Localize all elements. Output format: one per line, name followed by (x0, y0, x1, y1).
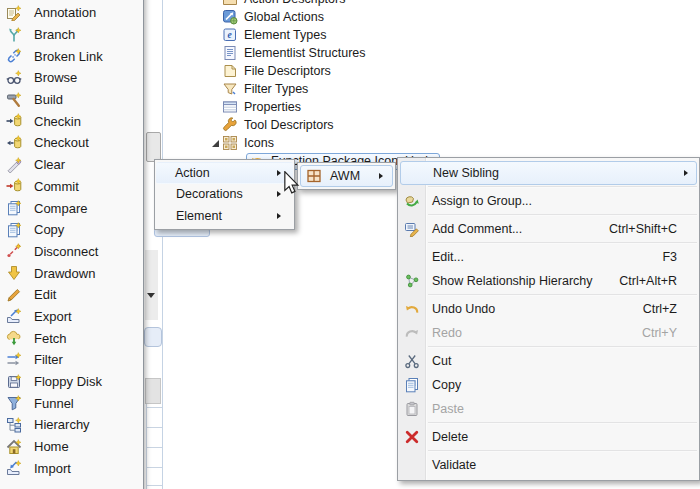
tree-item-tool-descriptors[interactable]: Tool Descriptors (208, 116, 440, 134)
elementlist-structures-icon (222, 45, 238, 61)
tree-item-properties[interactable]: Properties (208, 98, 440, 116)
menu-separator (428, 214, 697, 216)
menu-item-action[interactable]: Action (156, 162, 293, 184)
menu-item-home[interactable]: Home (0, 436, 143, 458)
commit-icon (6, 178, 22, 194)
menu-item-edit[interactable]: Edit...F3 (398, 245, 699, 269)
scrollbar-thumb[interactable] (146, 132, 161, 162)
menu-item-label: Paste (432, 402, 464, 416)
tree-item-icons[interactable]: Icons (208, 134, 440, 152)
menu-item-branch[interactable]: Branch (0, 24, 143, 46)
menu-item-label: Fetch (34, 331, 67, 346)
tree-expander-icon[interactable] (208, 139, 222, 148)
menu-item-shortcut: Ctrl+Y (642, 326, 677, 340)
menu-item-label: Broken Link (34, 49, 103, 64)
menu-item-label: Redo (432, 326, 462, 340)
menu-item-label: Browse (34, 70, 77, 85)
menu-item-element[interactable]: Element (156, 205, 293, 227)
menu-item-label: Hierarchy (34, 417, 90, 432)
menu-item-label: Home (34, 439, 69, 454)
menu-item-disconnect[interactable]: Disconnect (0, 241, 143, 263)
menu-item-assign-to-group[interactable]: Assign to Group... (398, 189, 699, 213)
menu-item-label: Annotation (34, 5, 96, 20)
hierarchy-icon (6, 417, 22, 433)
menu-item-hierarchy[interactable]: Hierarchy (0, 414, 143, 436)
menu-item-label: Edit... (432, 250, 464, 264)
menu-item-floppy-disk[interactable]: Floppy Disk (0, 371, 143, 393)
menu-item-redo: RedoCtrl+Y (398, 321, 699, 345)
copy-icon (6, 222, 22, 238)
menu-item-drawdown[interactable]: Drawdown (0, 262, 143, 284)
menu-item-fetch[interactable]: Fetch (0, 327, 143, 349)
menu-item-delete[interactable]: Delete (398, 425, 699, 449)
menu-item-shortcut: F3 (662, 250, 677, 264)
menu-item-browse[interactable]: Browse (0, 67, 143, 89)
menu-separator (428, 346, 697, 348)
combo-dropdown-arrow-icon[interactable] (147, 293, 155, 298)
tree-item-elementlist-structures[interactable]: Elementlist Structures (208, 44, 440, 62)
menu-item-label: Checkin (34, 114, 81, 129)
menu-item-cut[interactable]: Cut (398, 349, 699, 373)
menu-item-export[interactable]: Export (0, 306, 143, 328)
grid-line (147, 447, 162, 448)
menu-item-broken-link[interactable]: Broken Link (0, 45, 143, 67)
menu-item-label: Edit (34, 287, 56, 302)
grid-line (147, 467, 162, 468)
menu-item-label: Checkout (34, 135, 89, 150)
disconnect-icon (6, 243, 22, 259)
menu-item-compare[interactable]: Compare (0, 197, 143, 219)
filter-icon (6, 352, 22, 368)
menu-item-label: Decorations (176, 187, 243, 201)
menu-item-commit[interactable]: Commit (0, 176, 143, 198)
menu-item-label: Cut (432, 354, 451, 368)
menu-item-filter[interactable]: Filter (0, 349, 143, 371)
menu-item-label: Add Comment... (432, 222, 522, 236)
menu-item-paste: Paste (398, 397, 699, 421)
menu-item-build[interactable]: Build (0, 89, 143, 111)
menu-item-label: Export (34, 309, 72, 324)
menu-item-shortcut: Ctrl+Z (643, 302, 677, 316)
menu-item-undo-undo[interactable]: Undo UndoCtrl+Z (398, 297, 699, 321)
menu-item-label: Delete (432, 430, 468, 444)
action-descriptors-icon (222, 0, 238, 7)
menu-item-label: Action (175, 166, 210, 180)
menu-item-label: Filter (34, 352, 63, 367)
menu-item-awm[interactable]: AWM (300, 165, 393, 187)
menu-item-label: Build (34, 92, 63, 107)
tree-item-label: Properties (244, 100, 301, 114)
drawdown-icon (6, 265, 22, 281)
tree-item-global-actions[interactable]: Global Actions (208, 8, 440, 26)
menu-item-label: New Sibling (433, 166, 499, 180)
icons-folder-icon (222, 135, 238, 151)
tree-item-file-descriptors[interactable]: File Descriptors (208, 62, 440, 80)
menu-item-clear[interactable]: Clear (0, 154, 143, 176)
menu-item-edit[interactable]: Edit (0, 284, 143, 306)
menu-item-new-sibling[interactable]: New Sibling (400, 161, 697, 185)
menu-item-copy[interactable]: Copy (0, 219, 143, 241)
menu-item-validate[interactable]: Validate (398, 453, 699, 477)
global-actions-icon (222, 9, 238, 25)
menu-item-label: Branch (34, 27, 75, 42)
tree-item-label: Tool Descriptors (244, 118, 334, 132)
annotation-icon (6, 5, 22, 21)
menu-item-checkout[interactable]: Checkout (0, 132, 143, 154)
menu-separator (428, 294, 697, 296)
menu-item-funnel[interactable]: Funnel (0, 392, 143, 414)
menu-item-add-comment[interactable]: Add Comment...Ctrl+Shift+C (398, 217, 699, 241)
tree-item-element-types[interactable]: eElement Types (208, 26, 440, 44)
menu-item-checkin[interactable]: Checkin (0, 110, 143, 132)
tree-item-label: Global Actions (244, 10, 324, 24)
menu-item-import[interactable]: Import (0, 457, 143, 479)
edit-icon (6, 287, 22, 303)
context-menu: New Sibling Assign to Group... Add Comme… (397, 157, 700, 481)
import-icon (6, 460, 22, 476)
tree-item-action-descriptors[interactable]: Action Descriptors (208, 0, 440, 8)
menu-item-annotation[interactable]: Annotation (0, 2, 143, 24)
tree-item-label: Filter Types (244, 82, 308, 96)
menu-item-show-relationship-hierarchy[interactable]: Show Relationship HierarchyCtrl+Alt+R (398, 269, 699, 293)
menu-item-copy[interactable]: Copy (398, 373, 699, 397)
menu-item-decorations[interactable]: Decorations (156, 184, 293, 206)
submenu-arrow-icon (277, 170, 281, 176)
tree-item-filter-types[interactable]: Filter Types (208, 80, 440, 98)
menu-separator (428, 422, 697, 424)
